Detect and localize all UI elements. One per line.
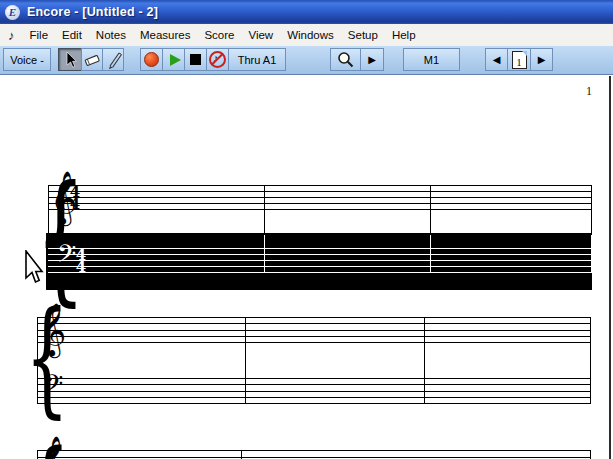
- pencil-tool-button[interactable]: [102, 48, 124, 71]
- system-2-treble-clef: 𝄞: [39, 306, 66, 352]
- system-2-bass-line: [37, 391, 590, 392]
- system-1-barline: [591, 185, 592, 234]
- system-2-bass-line: [37, 403, 590, 404]
- midi-mute-icon: ♪: [209, 51, 226, 68]
- system-1-bass-line: [48, 272, 591, 273]
- transport-group: ♪ Thru A1: [140, 48, 285, 71]
- zoom-next-button[interactable]: ▶: [360, 48, 384, 71]
- menu-item-file[interactable]: File: [23, 27, 56, 43]
- toolbar: Voice -: [0, 46, 613, 75]
- system-1-bass-barline: [591, 235, 592, 273]
- menu-bar: ♪ FileEditNotesMeasuresScoreViewWindowsS…: [0, 24, 613, 46]
- system-1-treble-line: [48, 185, 591, 186]
- page-indicator-button[interactable]: 1: [507, 48, 531, 71]
- menu-item-help[interactable]: Help: [385, 27, 423, 43]
- page-right-edge: [609, 76, 611, 459]
- arrow-tool-button[interactable]: [58, 48, 82, 71]
- magnifier-icon: [337, 51, 355, 69]
- system-2-treble-line: [37, 342, 590, 343]
- system-1-bass-line: [48, 260, 591, 261]
- system-3-barline: [241, 450, 242, 459]
- system-1-bass-timesig: 44: [74, 249, 88, 273]
- document-note-icon: ♪: [8, 28, 15, 43]
- system-2-treble-line: [37, 330, 590, 331]
- stop-button[interactable]: [184, 48, 207, 71]
- system-3-treble-line: [37, 450, 590, 451]
- midi-mute-button[interactable]: ♪: [206, 48, 229, 71]
- menu-item-windows[interactable]: Windows: [280, 27, 341, 43]
- eraser-tool-button[interactable]: [81, 48, 103, 71]
- tool-group: [58, 48, 123, 71]
- menu-item-measures[interactable]: Measures: [133, 27, 198, 43]
- menu-item-edit[interactable]: Edit: [55, 27, 89, 43]
- right-triangle-icon: ▶: [538, 54, 546, 65]
- window-title: Encore - [Untitled - 2]: [27, 5, 158, 19]
- arrow-cursor-icon: [62, 51, 78, 69]
- system-1-bass-line: [48, 248, 591, 249]
- system-1-treble-timesig: 44: [68, 186, 82, 210]
- left-triangle-icon: ◀: [493, 54, 501, 65]
- record-icon: [144, 52, 159, 67]
- system-2-treble-line: [37, 323, 590, 324]
- system-1-bass-line: [48, 266, 591, 267]
- system-3-barline: [590, 450, 591, 459]
- right-triangle-icon: ▶: [368, 54, 376, 65]
- play-button[interactable]: [162, 48, 185, 71]
- system-2-barline: [590, 317, 591, 404]
- system-1-bass-selection: [46, 233, 592, 290]
- page-prev-button[interactable]: ◀: [485, 48, 508, 71]
- zoom-tool-button[interactable]: [330, 48, 361, 71]
- eraser-icon: [83, 52, 101, 68]
- system-2-treble-line: [37, 317, 590, 318]
- system-1-barline: [430, 185, 431, 234]
- system-2-bass-line: [37, 378, 590, 379]
- menu-item-view[interactable]: View: [241, 27, 280, 43]
- play-icon: [170, 54, 181, 66]
- page-doc-number: 1: [513, 57, 526, 68]
- page-doc-icon: 1: [512, 51, 527, 69]
- system-1-treble-line: [48, 203, 591, 204]
- system-2-treble-line: [37, 336, 590, 337]
- page-nav-group: ◀ 1 ▶: [485, 48, 552, 71]
- system-1-treble-line: [48, 209, 591, 210]
- system-1-barline: [264, 185, 265, 234]
- menu-items: FileEditNotesMeasuresScoreViewWindowsSet…: [23, 27, 423, 43]
- encore-window: E Encore - [Untitled - 2] ♪ FileEditNote…: [0, 0, 613, 459]
- system-1-treble-line: [48, 197, 591, 198]
- page-number: 1: [586, 84, 592, 99]
- system-1-bass-line: [48, 254, 591, 255]
- page-next-button[interactable]: ▶: [530, 48, 553, 71]
- system-1-bass-barline: [430, 235, 431, 273]
- system-3-treble-line: [37, 457, 590, 458]
- system-2-bass-line: [37, 384, 590, 385]
- stop-icon: [190, 54, 201, 65]
- system-1-barline: [48, 185, 49, 234]
- measure-group: M1: [403, 48, 459, 71]
- zoom-group: ▶: [330, 48, 383, 71]
- menu-item-notes[interactable]: Notes: [89, 27, 133, 43]
- score-page[interactable]: 1 {𝄞44𝄢44{𝄞𝄢{𝄞: [0, 75, 613, 459]
- thru-indicator[interactable]: Thru A1: [228, 48, 286, 71]
- measure-indicator[interactable]: M1: [403, 48, 460, 71]
- system-3-barline: [37, 450, 38, 459]
- voice-selector-button[interactable]: Voice -: [3, 48, 51, 71]
- system-2-bass-line: [37, 397, 590, 398]
- menu-item-score[interactable]: Score: [197, 27, 241, 43]
- system-3-treble-clef: 𝄞: [39, 439, 66, 459]
- record-button[interactable]: [140, 48, 163, 71]
- menu-item-setup[interactable]: Setup: [341, 27, 385, 43]
- title-bar: E Encore - [Untitled - 2]: [0, 0, 613, 24]
- system-1-bass-barline: [264, 235, 265, 273]
- system-2-bass-clef: 𝄢: [44, 372, 63, 402]
- voice-group: Voice -: [3, 48, 50, 71]
- pencil-icon: [104, 51, 122, 69]
- system-1-treble-line: [48, 191, 591, 192]
- encore-app-icon: E: [5, 5, 20, 20]
